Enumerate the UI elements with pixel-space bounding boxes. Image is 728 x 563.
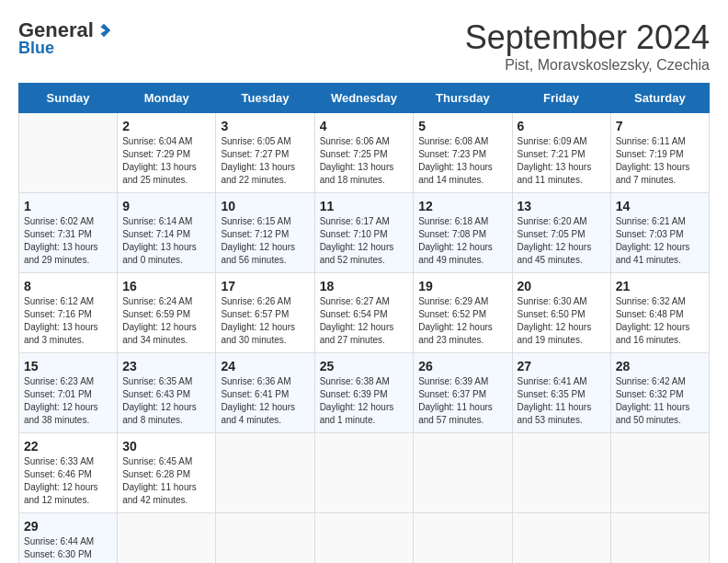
title-area: September 2024 Pist, Moravskoslezsky, Cz…: [465, 18, 710, 74]
calendar-cell: 17Sunrise: 6:26 AMSunset: 6:57 PMDayligh…: [216, 273, 314, 353]
day-info: Sunrise: 6:42 AMSunset: 6:32 PMDaylight:…: [616, 375, 704, 427]
day-info: Sunrise: 6:30 AMSunset: 6:50 PMDaylight:…: [518, 295, 606, 347]
calendar-cell: 1Sunrise: 6:02 AMSunset: 7:31 PMDaylight…: [19, 193, 118, 273]
calendar-cell: [216, 433, 314, 513]
day-number: 6: [518, 119, 606, 133]
day-number: 26: [418, 359, 506, 373]
calendar-cell: 27Sunrise: 6:41 AMSunset: 6:35 PMDayligh…: [512, 353, 610, 433]
calendar-cell: 2Sunrise: 6:04 AMSunset: 7:29 PMDaylight…: [118, 113, 216, 193]
day-number: 3: [221, 119, 309, 133]
calendar-week-2: 8Sunrise: 6:12 AMSunset: 7:16 PMDaylight…: [19, 273, 710, 353]
calendar-cell: [314, 513, 414, 564]
calendar-week-4: 22Sunrise: 6:33 AMSunset: 6:46 PMDayligh…: [19, 433, 710, 513]
day-number: 2: [122, 119, 210, 133]
calendar-cell: 4Sunrise: 6:06 AMSunset: 7:25 PMDaylight…: [314, 113, 414, 193]
day-number: 5: [418, 119, 506, 133]
day-info: Sunrise: 6:05 AMSunset: 7:27 PMDaylight:…: [221, 135, 309, 187]
calendar-cell: [512, 513, 610, 564]
day-info: Sunrise: 6:44 AMSunset: 6:30 PMDaylight:…: [24, 535, 112, 563]
day-header-wednesday: Wednesday: [314, 84, 414, 113]
day-info: Sunrise: 6:23 AMSunset: 7:01 PMDaylight:…: [24, 375, 112, 427]
day-number: 16: [122, 279, 210, 293]
day-number: 8: [24, 279, 112, 293]
calendar-cell: 16Sunrise: 6:24 AMSunset: 6:59 PMDayligh…: [118, 273, 216, 353]
calendar-cell: [118, 513, 216, 564]
calendar-cell: 22Sunrise: 6:33 AMSunset: 6:46 PMDayligh…: [19, 433, 118, 513]
day-number: 1: [24, 199, 112, 213]
calendar-week-1: 1Sunrise: 6:02 AMSunset: 7:31 PMDaylight…: [19, 193, 710, 273]
day-number: 25: [320, 359, 409, 373]
calendar-header: SundayMondayTuesdayWednesdayThursdayFrid…: [19, 84, 710, 113]
day-info: Sunrise: 6:29 AMSunset: 6:52 PMDaylight:…: [418, 295, 506, 347]
day-info: Sunrise: 6:06 AMSunset: 7:25 PMDaylight:…: [320, 135, 409, 187]
day-header-saturday: Saturday: [610, 84, 709, 113]
day-info: Sunrise: 6:26 AMSunset: 6:57 PMDaylight:…: [221, 295, 309, 347]
calendar-cell: [314, 433, 414, 513]
day-info: Sunrise: 6:35 AMSunset: 6:43 PMDaylight:…: [122, 375, 210, 427]
day-number: 12: [418, 199, 506, 213]
day-number: 10: [221, 199, 309, 213]
calendar-cell: 19Sunrise: 6:29 AMSunset: 6:52 PMDayligh…: [414, 273, 512, 353]
day-number: 18: [320, 279, 409, 293]
day-number: 4: [320, 119, 409, 133]
calendar-cell: [414, 433, 512, 513]
days-header-row: SundayMondayTuesdayWednesdayThursdayFrid…: [19, 84, 710, 113]
calendar-body: 2Sunrise: 6:04 AMSunset: 7:29 PMDaylight…: [19, 113, 710, 564]
day-info: Sunrise: 6:21 AMSunset: 7:03 PMDaylight:…: [616, 215, 704, 267]
day-number: 23: [122, 359, 210, 373]
day-header-tuesday: Tuesday: [216, 84, 314, 113]
calendar-cell: 26Sunrise: 6:39 AMSunset: 6:37 PMDayligh…: [414, 353, 512, 433]
calendar-cell: 15Sunrise: 6:23 AMSunset: 7:01 PMDayligh…: [19, 353, 118, 433]
calendar-cell: 23Sunrise: 6:35 AMSunset: 6:43 PMDayligh…: [118, 353, 216, 433]
calendar-cell: 7Sunrise: 6:11 AMSunset: 7:19 PMDaylight…: [610, 113, 709, 193]
day-number: 24: [221, 359, 309, 373]
day-info: Sunrise: 6:08 AMSunset: 7:23 PMDaylight:…: [418, 135, 506, 187]
day-info: Sunrise: 6:09 AMSunset: 7:21 PMDaylight:…: [518, 135, 606, 187]
day-number: 11: [320, 199, 409, 213]
day-number: 9: [122, 199, 210, 213]
day-header-friday: Friday: [512, 84, 610, 113]
day-number: 28: [616, 359, 704, 373]
logo-icon: [96, 22, 112, 39]
location: Pist, Moravskoslezsky, Czechia: [465, 57, 710, 74]
calendar-cell: 6Sunrise: 6:09 AMSunset: 7:21 PMDaylight…: [512, 113, 610, 193]
calendar-cell: 14Sunrise: 6:21 AMSunset: 7:03 PMDayligh…: [610, 193, 709, 273]
calendar-cell: 9Sunrise: 6:14 AMSunset: 7:14 PMDaylight…: [118, 193, 216, 273]
day-number: 13: [518, 199, 606, 213]
calendar-cell: [216, 513, 314, 564]
calendar-cell: 18Sunrise: 6:27 AMSunset: 6:54 PMDayligh…: [314, 273, 414, 353]
day-info: Sunrise: 6:14 AMSunset: 7:14 PMDaylight:…: [122, 215, 210, 267]
day-info: Sunrise: 6:04 AMSunset: 7:29 PMDaylight:…: [122, 135, 210, 187]
calendar-cell: 5Sunrise: 6:08 AMSunset: 7:23 PMDaylight…: [414, 113, 512, 193]
day-info: Sunrise: 6:20 AMSunset: 7:05 PMDaylight:…: [518, 215, 606, 267]
day-info: Sunrise: 6:11 AMSunset: 7:19 PMDaylight:…: [616, 135, 704, 187]
day-number: 17: [221, 279, 309, 293]
day-number: 30: [122, 439, 210, 454]
day-info: Sunrise: 6:38 AMSunset: 6:39 PMDaylight:…: [320, 375, 409, 427]
calendar-cell: 29Sunrise: 6:44 AMSunset: 6:30 PMDayligh…: [19, 513, 118, 564]
day-number: 20: [518, 279, 606, 293]
calendar-cell: [19, 113, 118, 193]
day-info: Sunrise: 6:33 AMSunset: 6:46 PMDaylight:…: [24, 455, 112, 507]
day-number: 7: [616, 119, 704, 133]
calendar-cell: 30Sunrise: 6:45 AMSunset: 6:28 PMDayligh…: [118, 433, 216, 513]
day-header-thursday: Thursday: [414, 84, 512, 113]
day-header-sunday: Sunday: [19, 84, 118, 113]
calendar-table: SundayMondayTuesdayWednesdayThursdayFrid…: [18, 83, 710, 563]
calendar-week-0: 2Sunrise: 6:04 AMSunset: 7:29 PMDaylight…: [19, 113, 710, 193]
day-number: 29: [24, 519, 112, 534]
day-info: Sunrise: 6:39 AMSunset: 6:37 PMDaylight:…: [418, 375, 506, 427]
day-info: Sunrise: 6:17 AMSunset: 7:10 PMDaylight:…: [320, 215, 409, 267]
day-info: Sunrise: 6:18 AMSunset: 7:08 PMDaylight:…: [418, 215, 506, 267]
page-header: General Blue September 2024 Pist, Moravs…: [18, 18, 710, 74]
calendar-cell: 20Sunrise: 6:30 AMSunset: 6:50 PMDayligh…: [512, 273, 610, 353]
logo: General Blue: [18, 18, 112, 58]
calendar-cell: [610, 433, 709, 513]
day-info: Sunrise: 6:32 AMSunset: 6:48 PMDaylight:…: [616, 295, 704, 347]
logo-blue: Blue: [18, 39, 54, 58]
calendar-week-3: 15Sunrise: 6:23 AMSunset: 7:01 PMDayligh…: [19, 353, 710, 433]
calendar-cell: 28Sunrise: 6:42 AMSunset: 6:32 PMDayligh…: [610, 353, 709, 433]
calendar-cell: [610, 513, 709, 564]
day-info: Sunrise: 6:45 AMSunset: 6:28 PMDaylight:…: [122, 455, 210, 507]
calendar-cell: 13Sunrise: 6:20 AMSunset: 7:05 PMDayligh…: [512, 193, 610, 273]
